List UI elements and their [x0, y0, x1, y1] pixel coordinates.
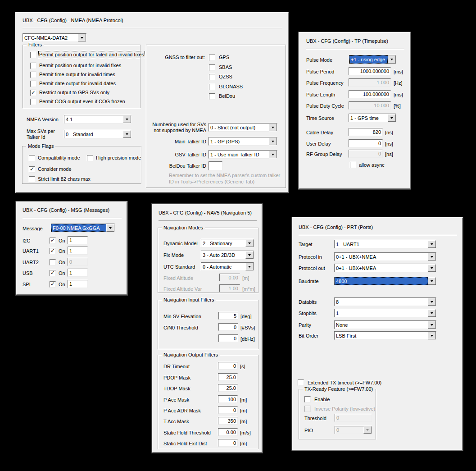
- mode-flags-groupbox: Mode Flags Compatibility mode High preci…: [22, 146, 141, 184]
- checkbox-sbas[interactable]: [209, 64, 215, 71]
- pulse-length-input[interactable]: 100.000000: [349, 90, 391, 98]
- dropdown-arrow-button[interactable]: [245, 251, 254, 259]
- nmea-preset-dropdown[interactable]: CFG-NMEA-DATA2: [23, 33, 86, 42]
- checkbox-permit-invalid-dates[interactable]: [30, 81, 36, 87]
- usb-rate-input[interactable]: 1: [68, 269, 88, 277]
- pulse-mode-dropdown[interactable]: +1 - rising edge: [349, 55, 396, 64]
- checkbox-permit-cog[interactable]: [30, 99, 36, 105]
- dropdown-arrow-button[interactable]: [388, 55, 396, 64]
- pdop-mask-input[interactable]: 25.0: [218, 373, 238, 381]
- uart1-rate-input[interactable]: 1: [68, 247, 88, 255]
- dropdown-arrow-button[interactable]: [428, 298, 436, 306]
- dropdown-arrow-button[interactable]: [269, 151, 277, 158]
- checkbox-extended-tx-timeout[interactable]: [298, 380, 304, 386]
- checkbox-i2c-on[interactable]: [50, 238, 56, 244]
- nmea-preset-value: CFG-NMEA-DATA2: [23, 34, 78, 41]
- dropdown-arrow-button[interactable]: [428, 253, 436, 261]
- numbering-dropdown[interactable]: 0 - Strict (not output): [209, 123, 277, 132]
- dropdown-arrow-button[interactable]: [106, 224, 114, 232]
- dropdown-arrow-button[interactable]: [428, 277, 436, 285]
- message-dropdown[interactable]: F0-00 NMEA GxGGA: [51, 224, 115, 232]
- dropdown-arrow-button[interactable]: [123, 130, 131, 138]
- static-hold-exit-input[interactable]: 0: [218, 439, 238, 447]
- checkbox-glonass[interactable]: [209, 84, 215, 90]
- stopbits-dropdown[interactable]: 1: [334, 309, 436, 317]
- mode-flags-legend: Mode Flags: [26, 143, 55, 149]
- dropdown-arrow-button[interactable]: [269, 137, 277, 145]
- dropdown-arrow-button[interactable]: [245, 239, 254, 247]
- fix-mode-label: Fix Mode: [163, 252, 184, 258]
- spi-rate-input[interactable]: 1: [68, 280, 88, 288]
- checkbox-label: Permit position output for failed and in…: [39, 52, 144, 57]
- checkbox-consider-mode[interactable]: [29, 166, 35, 173]
- dropdown-arrow-button[interactable]: [388, 114, 396, 122]
- extended-tx-timeout-label: Extended TX timeout (>=FW7.00): [308, 380, 381, 385]
- baudrate-dropdown[interactable]: 4800: [334, 277, 436, 285]
- dropdown-arrow-button[interactable]: [428, 264, 436, 272]
- protocol-in-dropdown[interactable]: 0+1 - UBX+NMEA: [334, 252, 436, 261]
- checkbox-permit-invalid-fixes[interactable]: [30, 63, 36, 69]
- pulse-frequency-label: Pulse Frequency: [306, 80, 344, 86]
- chevron-down-icon: [126, 133, 128, 135]
- dropdown-arrow-button[interactable]: [123, 115, 131, 123]
- max-svs-dropdown[interactable]: 0 - Standard: [64, 130, 131, 138]
- dynamic-model-dropdown[interactable]: 2 - Stationary: [201, 239, 254, 247]
- target-dropdown[interactable]: 1 - UART1: [334, 240, 436, 248]
- cable-delay-input[interactable]: 820: [349, 128, 383, 136]
- checkbox-gps[interactable]: [209, 55, 215, 61]
- checkbox-spi-on[interactable]: [50, 281, 56, 288]
- checkbox-restrict-gps-svs[interactable]: [30, 90, 36, 96]
- checkbox-uart2-on[interactable]: [50, 259, 56, 265]
- tacc-mask-input[interactable]: 350: [218, 417, 238, 425]
- pulse-frequency-unit: [Hz]: [394, 80, 403, 86]
- dropdown-arrow-button[interactable]: [245, 263, 254, 270]
- checkbox-beidou[interactable]: [209, 93, 215, 100]
- gsv-talker-dropdown[interactable]: 1 - Use main Talker ID: [209, 150, 277, 159]
- checkbox-strict-limit[interactable]: [29, 176, 35, 183]
- checkbox-usb-on[interactable]: [50, 270, 56, 276]
- pulse-period-input[interactable]: 1000.000000: [349, 67, 391, 75]
- nmea-version-dropdown[interactable]: 4.1: [64, 115, 131, 123]
- user-delay-input[interactable]: 0: [349, 139, 383, 147]
- checkbox-compatibility-mode[interactable]: [29, 155, 35, 161]
- checkbox-allow-async[interactable]: [350, 162, 356, 168]
- pulse-frequency-input: 1.000: [349, 78, 391, 87]
- parity-dropdown[interactable]: None: [334, 320, 436, 329]
- i2c-rate-input[interactable]: 1: [68, 236, 88, 244]
- checkbox-txready-enable[interactable]: [304, 396, 311, 402]
- time-source-dropdown[interactable]: 1 - GPS time: [349, 114, 396, 122]
- bit-order-dropdown[interactable]: LSB First: [334, 331, 436, 340]
- cn0-threshold-dbhz-unit: [dbHz]: [240, 336, 255, 342]
- dropdown-arrow-button[interactable]: [428, 309, 436, 317]
- dr-timeout-input[interactable]: 0: [218, 362, 238, 370]
- min-sv-elevation-input[interactable]: 5: [218, 312, 238, 320]
- cn0-threshold-dbhz-input[interactable]: 0: [218, 334, 238, 342]
- databits-dropdown[interactable]: 8: [334, 297, 436, 306]
- tp-config-window: UBX - CFG (Config) - TP (Timepulse) Puls…: [299, 32, 411, 189]
- protocol-out-dropdown[interactable]: 0+1 - UBX+NMEA: [334, 264, 436, 272]
- pacc-adr-mask-input[interactable]: 0: [218, 406, 238, 414]
- checkbox-permit-failed-fixes[interactable]: [30, 52, 36, 58]
- dropdown-arrow-button[interactable]: [428, 240, 436, 248]
- fix-mode-dropdown[interactable]: 3 - Auto 2D/3D: [201, 251, 254, 259]
- dropdown-arrow-button[interactable]: [78, 34, 86, 41]
- dropdown-arrow-button[interactable]: [428, 321, 436, 329]
- rf-group-delay-label: RF Group Delay: [306, 151, 342, 157]
- chevron-down-icon: [248, 242, 251, 244]
- main-talker-dropdown[interactable]: 1 - GP (GPS): [209, 137, 277, 146]
- tdop-mask-input[interactable]: 25.0: [218, 384, 238, 392]
- utc-standard-dropdown[interactable]: 0 - Automatic: [201, 262, 254, 271]
- dropdown-arrow-button[interactable]: [428, 332, 436, 339]
- checkbox-qzss[interactable]: [209, 74, 215, 80]
- main-talker-label: Main Talker ID: [146, 139, 206, 144]
- checkbox-permit-invalid-times[interactable]: [30, 72, 36, 78]
- checkbox-high-precision-mode[interactable]: [87, 155, 93, 161]
- dropdown-arrow-button[interactable]: [269, 123, 277, 131]
- beidou-talker-input[interactable]: [209, 161, 222, 170]
- checkbox-label: Compatibility mode: [38, 155, 80, 160]
- pacc-mask-input[interactable]: 100: [218, 395, 238, 403]
- checkbox-uart1-on[interactable]: [50, 248, 56, 254]
- cn0-threshold-svs-input[interactable]: 0: [218, 323, 238, 331]
- rf-group-delay-input: 0: [349, 150, 383, 158]
- static-hold-threshold-input[interactable]: 0.00: [218, 428, 238, 436]
